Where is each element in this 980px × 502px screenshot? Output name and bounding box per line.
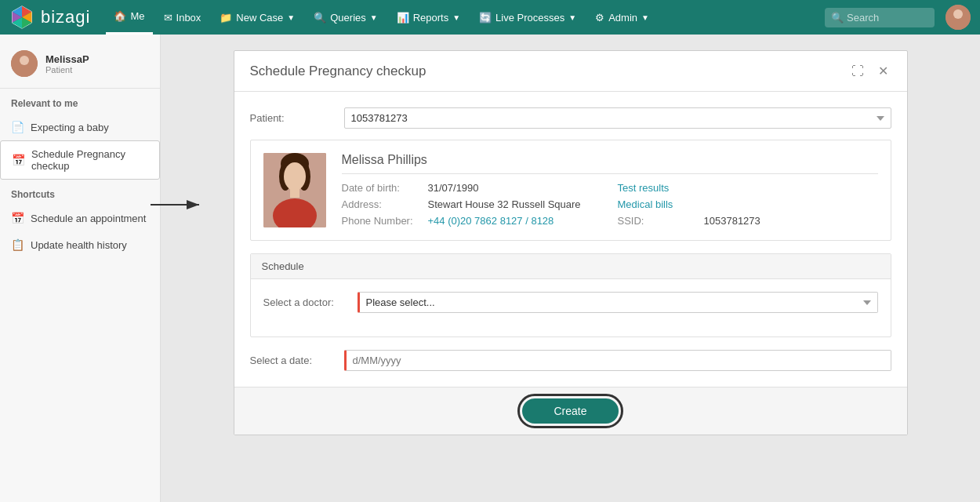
date-label: Select a date: <box>250 355 344 366</box>
main-content: Schedule Pregnancy checkup ⛶ ✕ Patient: … <box>161 35 980 502</box>
nav-new-case-caret: ▼ <box>287 13 295 22</box>
form-header-icons: ⛶ ✕ <box>848 62 891 80</box>
patient-label: Patient: <box>250 112 344 124</box>
folder-plus-icon: 📁 <box>220 12 232 24</box>
doc-icon: 📄 <box>11 121 24 133</box>
sidebar: MelissaP Patient Relevant to me 📄 Expect… <box>0 35 161 502</box>
search-nav-icon: 🔍 <box>314 12 326 24</box>
ssid-row: SSID: 1053781273 <box>618 215 878 227</box>
form-body: Patient: 1053781273 <box>234 92 907 387</box>
shortcuts-header: Shortcuts <box>0 180 160 205</box>
user-section: MelissaP Patient <box>0 42 160 89</box>
doctor-select[interactable]: Please select... <box>358 292 878 313</box>
nav-new-case[interactable]: 📁 New Case ▼ <box>212 0 303 35</box>
inbox-icon: ✉ <box>164 12 172 24</box>
form-header: Schedule Pregnancy checkup ⛶ ✕ <box>234 51 907 92</box>
phone-label: Phone Number: <box>342 215 420 227</box>
medical-bills-link[interactable]: Medical bills <box>618 198 673 210</box>
calendar-shortcut-icon: 📅 <box>11 212 24 224</box>
nav-reports[interactable]: 📊 Reports ▼ <box>389 0 468 35</box>
date-control <box>344 350 891 371</box>
user-avatar-nav[interactable] <box>946 5 971 30</box>
nav-queries[interactable]: 🔍 Queries ▼ <box>306 0 385 35</box>
gear-icon: ⚙ <box>595 12 604 24</box>
svg-rect-22 <box>290 188 299 198</box>
patient-card: Melissa Phillips Date of birth: 31/07/19… <box>250 140 891 241</box>
nav-queries-caret: ▼ <box>370 13 378 22</box>
doctor-label: Select a doctor: <box>263 296 358 308</box>
doc-shortcut-icon: 📋 <box>11 238 24 251</box>
form-container: Schedule Pregnancy checkup ⛶ ✕ Patient: … <box>234 50 908 435</box>
nav-admin[interactable]: ⚙ Admin ▼ <box>587 0 657 35</box>
refresh-icon: 🔄 <box>479 12 492 24</box>
svg-point-11 <box>20 56 29 65</box>
dob-label: Date of birth: <box>342 182 420 194</box>
app-logo[interactable]: bizagi <box>9 5 90 30</box>
arrow-indicator <box>151 197 205 213</box>
user-name: MelissaP <box>45 53 89 65</box>
nav-live-processes-caret: ▼ <box>568 13 576 22</box>
form-footer: Create <box>234 387 907 435</box>
address-label: Address: <box>342 198 420 210</box>
address-value: Stewart House 32 Russell Square <box>428 198 581 210</box>
nav-me[interactable]: 🏠 Me <box>106 0 152 35</box>
sidebar-item-schedule-appointment[interactable]: 📅 Schedule an appointment <box>0 205 160 231</box>
patient-control: 1053781273 <box>344 107 891 129</box>
sidebar-item-update-health[interactable]: 📋 Update health history <box>0 231 160 258</box>
close-icon[interactable]: ✕ <box>875 62 891 80</box>
nav-admin-caret: ▼ <box>641 13 649 22</box>
date-input[interactable] <box>344 350 891 371</box>
main-layout: MelissaP Patient Relevant to me 📄 Expect… <box>0 35 980 502</box>
avatar <box>11 50 38 77</box>
ssid-label: SSID: <box>618 215 696 227</box>
top-navigation: bizagi 🏠 Me ✉ Inbox 📁 New Case ▼ 🔍 Queri… <box>0 0 980 35</box>
svg-point-8 <box>953 9 963 19</box>
doctor-control: Please select... <box>358 292 878 313</box>
info-grid: Date of birth: 31/07/1990 Test results A… <box>342 182 878 227</box>
test-results-link[interactable]: Test results <box>618 182 670 194</box>
nav-live-processes[interactable]: 🔄 Live Processes ▼ <box>471 0 584 35</box>
chart-icon: 📊 <box>397 12 409 24</box>
sidebar-item-schedule-pregnancy[interactable]: 📅 Schedule Pregnancy checkup <box>0 140 160 180</box>
schedule-body: Select a doctor: Please select... <box>251 279 891 336</box>
patient-photo <box>263 153 326 227</box>
schedule-tab: Schedule <box>251 254 891 279</box>
sidebar-item-label: Expecting a baby <box>31 122 109 133</box>
calendar-icon: 📅 <box>12 154 25 166</box>
doctor-field-row: Select a doctor: Please select... <box>263 292 878 313</box>
create-button[interactable]: Create <box>522 398 618 424</box>
nav-reports-caret: ▼ <box>452 13 460 22</box>
sidebar-item-label: Schedule Pregnancy checkup <box>31 148 148 172</box>
sidebar-item-expecting-baby[interactable]: 📄 Expecting a baby <box>0 114 160 140</box>
relevant-to-me-header: Relevant to me <box>0 89 160 114</box>
user-role: Patient <box>45 65 89 75</box>
logo-text: bizagi <box>41 7 90 27</box>
patient-field-row: Patient: 1053781273 <box>250 107 891 129</box>
home-icon: 🏠 <box>114 10 126 22</box>
expand-icon[interactable]: ⛶ <box>848 63 867 80</box>
user-info: MelissaP Patient <box>45 53 89 75</box>
phone-row: Phone Number: +44 (0)20 7862 8127 / 8128 <box>342 215 602 227</box>
patient-info: Melissa Phillips Date of birth: 31/07/19… <box>342 153 878 227</box>
svg-point-20 <box>284 162 306 191</box>
ssid-value: 1053781273 <box>704 215 760 227</box>
schedule-section: Schedule Select a doctor: Please select.… <box>250 253 891 337</box>
test-results-row: Test results <box>618 182 878 194</box>
patient-name: Melissa Phillips <box>342 153 878 174</box>
sidebar-item-label: Schedule an appointment <box>31 213 146 224</box>
search-wrapper: 🔍 <box>825 8 935 27</box>
dob-row: Date of birth: 31/07/1990 <box>342 182 602 194</box>
dob-value: 31/07/1990 <box>428 182 479 194</box>
sidebar-item-label: Update health history <box>31 239 127 251</box>
medical-bills-row: Medical bills <box>618 198 878 210</box>
address-row: Address: Stewart House 32 Russell Square <box>342 198 602 210</box>
patient-select[interactable]: 1053781273 <box>344 107 891 129</box>
form-title: Schedule Pregnancy checkup <box>250 64 426 79</box>
search-icon: 🔍 <box>831 12 844 24</box>
phone-value: +44 (0)20 7862 8127 / 8128 <box>428 215 554 227</box>
nav-inbox[interactable]: ✉ Inbox <box>156 0 209 35</box>
date-field-row: Select a date: <box>250 350 891 371</box>
